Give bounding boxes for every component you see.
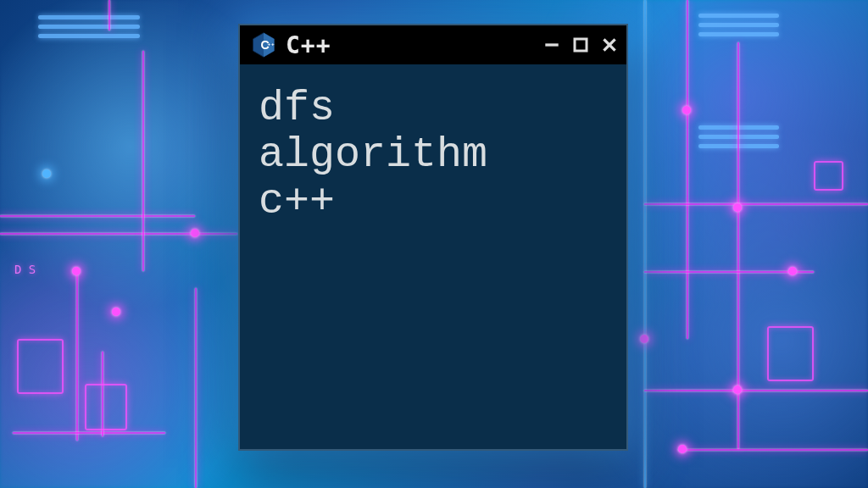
circuit-node xyxy=(640,335,648,343)
circuit-label: D S xyxy=(14,263,36,276)
circuit-trace xyxy=(142,51,144,271)
circuit-rect xyxy=(85,384,127,430)
minimize-button[interactable] xyxy=(542,35,562,55)
cpp-logo-icon: C + + xyxy=(250,31,277,58)
content-line: c++ xyxy=(259,178,608,225)
terminal-content: dfs algorithm c++ xyxy=(240,64,626,245)
window-controls xyxy=(542,35,620,55)
circuit-trace xyxy=(195,288,197,488)
circuit-bars xyxy=(698,14,779,36)
svg-text:+: + xyxy=(271,41,275,47)
content-line: dfs xyxy=(259,85,608,131)
circuit-node xyxy=(733,203,742,212)
circuit-trace xyxy=(76,271,78,441)
circuit-node xyxy=(733,385,742,394)
titlebar[interactable]: C + + C++ xyxy=(240,25,626,64)
circuit-node xyxy=(112,308,120,316)
circuit-trace xyxy=(644,390,868,391)
close-button[interactable] xyxy=(599,35,620,55)
circuit-trace xyxy=(644,203,868,205)
circuit-node xyxy=(191,229,199,237)
circuit-node xyxy=(788,267,797,275)
terminal-window: C + + C++ dfs algorithm c++ xyxy=(238,24,628,451)
circuit-trace xyxy=(13,432,165,434)
circuit-trace xyxy=(108,0,110,30)
circuit-rect xyxy=(814,161,843,191)
circuit-rect xyxy=(767,326,814,381)
circuit-bars xyxy=(38,15,140,38)
window-title: C++ xyxy=(286,31,331,59)
circuit-node xyxy=(72,267,81,275)
circuit-trace xyxy=(687,0,688,339)
circuit-node xyxy=(678,445,687,453)
circuit-trace xyxy=(678,449,868,451)
circuit-trace xyxy=(0,215,195,217)
svg-text:+: + xyxy=(267,41,270,47)
maximize-button[interactable] xyxy=(570,35,591,55)
circuit-trace xyxy=(644,0,646,488)
content-line: algorithm xyxy=(259,131,608,178)
circuit-rect xyxy=(17,339,64,394)
circuit-node xyxy=(682,106,691,114)
circuit-trace xyxy=(0,233,237,235)
svg-rect-6 xyxy=(575,39,587,51)
circuit-node xyxy=(42,169,51,178)
